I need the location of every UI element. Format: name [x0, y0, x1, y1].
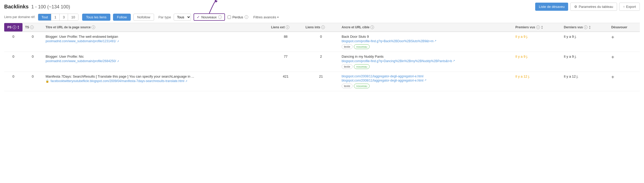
- cell-ts: 0: [22, 72, 43, 91]
- tous-liens-btn[interactable]: Tous les liens: [82, 14, 110, 21]
- cell-source: Blogger: User Profile: The well endowed …: [43, 32, 268, 52]
- add-button[interactable]: +: [611, 35, 614, 40]
- cell-desavouer: +: [609, 32, 640, 52]
- cell-ancre: Dancing in my Nuddy Pants blogspot.com/p…: [339, 52, 513, 72]
- cell-derniers-vus: Il y a 9 j.: [561, 52, 608, 72]
- parametres-button[interactable]: ⚙ Parametres du tableau: [570, 3, 617, 11]
- badge-texte: texte: [342, 44, 353, 49]
- export-icon: ↑: [623, 5, 625, 9]
- source-link[interactable]: 🔒 facebooktwitteryoutubeflickr.blogspot.…: [46, 79, 266, 83]
- toolbar-domain-label: Liens par domaine réf.: [4, 15, 35, 19]
- anchor-link[interactable]: blogspot.com/profile-find.g?q=Dancing%2B…: [342, 59, 510, 63]
- source-info-icon[interactable]: i: [92, 25, 95, 29]
- cell-liens-ints: 21: [303, 72, 339, 91]
- cell-liens-ext: 77: [268, 52, 303, 72]
- check-icon: ✓: [197, 15, 200, 19]
- th-ps: PS i ▲▼: [4, 23, 22, 31]
- badge-row: texte nouveau: [342, 84, 510, 88]
- source-link[interactable]: poolmadrid.com/www_subdomain/profile/268…: [46, 59, 266, 63]
- header-actions: Liste de désaveu ⚙ Parametres du tableau…: [535, 3, 640, 11]
- toolbar: Liens par domaine réf. Tout 1 3 10 Tous …: [4, 13, 640, 21]
- filter-1-btn[interactable]: 1: [51, 14, 60, 20]
- derniers-vus-sort-icon[interactable]: ▲▼: [589, 25, 591, 29]
- perdus-group: Perdus i: [228, 15, 248, 19]
- cell-premiers-vus: Il y a 9 j.: [513, 32, 561, 52]
- cell-ps: 0: [4, 72, 22, 91]
- filter-3-btn[interactable]: 3: [60, 14, 68, 20]
- cell-premiers-vus: Il y a 12 j.: [513, 72, 561, 91]
- filtres-avances-btn[interactable]: Filtres avancés ▾: [253, 15, 279, 19]
- nouveaux-btn[interactable]: ✓ Nouveaux i: [194, 13, 225, 21]
- badge-row: texte nouveau: [342, 64, 510, 69]
- cell-source: Blogger: User Profile: Nic poolmadrid.co…: [43, 52, 268, 72]
- nouveaux-wrapper: ✓ Nouveaux i: [194, 13, 225, 21]
- cell-ancre: blogspot.com/2008/11/laggregator-degli-a…: [339, 72, 513, 91]
- perdus-checkbox[interactable]: [228, 15, 231, 19]
- domain-filter-group: Tout 1 3 10: [38, 14, 78, 21]
- chevron-down-icon: ▾: [277, 16, 279, 19]
- external-link-icon: ↗: [453, 59, 455, 62]
- liens-ext-info-icon[interactable]: i: [286, 25, 289, 29]
- badge-nouveau: nouveau: [354, 64, 370, 69]
- filter-10-btn[interactable]: 10: [68, 14, 78, 20]
- external-link-icon: ↗: [434, 39, 436, 42]
- badge-texte: texte: [342, 84, 353, 88]
- page-title: Backlinks: [4, 4, 29, 10]
- th-source: Titre et URL de la page source i: [43, 23, 268, 32]
- nouveaux-label: Nouveaux: [201, 15, 217, 19]
- anchor-link[interactable]: blogspot.com/2008/11/laggregator-degli-a…: [342, 74, 510, 78]
- add-button[interactable]: +: [611, 55, 614, 60]
- cell-ps: 0: [4, 52, 22, 72]
- nofollow-btn[interactable]: Nofollow: [133, 14, 154, 21]
- anchor-link-2[interactable]: blogspot.com/2008/11/laggregator-degli-a…: [342, 79, 510, 82]
- cell-liens-ext: 88: [268, 32, 303, 52]
- desaveu-button[interactable]: Liste de désaveu: [535, 3, 568, 11]
- add-button[interactable]: +: [611, 74, 614, 80]
- par-type-label: Par type: [158, 15, 171, 19]
- cell-liens-ints: 2: [303, 52, 339, 72]
- perdus-label: Perdus: [232, 15, 243, 19]
- th-liens-ext: Liens ext i: [268, 23, 303, 32]
- external-link-icon: ↗: [117, 40, 119, 43]
- ps-sort-icon[interactable]: ▲▼: [17, 25, 19, 29]
- svg-marker-0: [214, 0, 218, 3]
- liens-ints-info-icon[interactable]: i: [321, 25, 325, 29]
- th-ancre: Ancre et URL cible i: [339, 23, 513, 32]
- derniers-vus-info-icon[interactable]: i: [584, 25, 587, 29]
- lock-icon: 🔒: [46, 79, 49, 83]
- table-row: 0 0 Blogger: User Profile: The well endo…: [4, 32, 640, 52]
- cell-source: Manifesta 7Days: SearchResults [ Transla…: [43, 72, 268, 91]
- premiers-vus-info-icon[interactable]: i: [536, 25, 540, 29]
- table-row: 0 0 Manifesta 7Days: SearchResults [ Tra…: [4, 72, 640, 91]
- external-link-icon: ↗: [117, 60, 119, 63]
- premiers-vus-sort-icon[interactable]: ▲▼: [541, 25, 543, 29]
- external-link-icon: ↗: [185, 80, 187, 83]
- export-button[interactable]: ↑ Export: [619, 3, 640, 11]
- external-link-icon: ↗: [424, 79, 426, 82]
- badge-nouveau: nouveau: [354, 84, 370, 88]
- type-select[interactable]: Tous: [174, 14, 191, 21]
- header: Backlinks 1 - 100 (~134 100) Liste de dé…: [4, 3, 640, 11]
- th-desavouer: Désavouer: [609, 23, 640, 32]
- perdus-info-icon[interactable]: i: [245, 15, 248, 19]
- cell-ts: 0: [22, 32, 43, 52]
- cell-liens-ints: 0: [303, 32, 339, 52]
- source-link[interactable]: poolmadrid.com/www_subdomain/profile/123…: [46, 39, 266, 43]
- cell-desavouer: +: [609, 72, 640, 91]
- ancre-info-icon[interactable]: i: [370, 25, 374, 29]
- th-ts: TS i: [22, 23, 43, 32]
- cell-desavouer: +: [609, 52, 640, 72]
- table-wrapper: PS i ▲▼ TS i Titre et URL de la pa: [4, 23, 640, 91]
- follow-btn[interactable]: Follow: [113, 14, 131, 21]
- anchor-link[interactable]: blogspot.com/profile-find.g?q=Back%2BDoo…: [342, 39, 510, 43]
- count-label: 1 - 100 (~134 100): [31, 4, 70, 10]
- ts-info-icon[interactable]: i: [30, 25, 34, 29]
- filter-tout-btn[interactable]: Tout: [38, 14, 51, 20]
- cell-ps: 0: [4, 32, 22, 52]
- ps-info-icon[interactable]: i: [13, 25, 16, 29]
- th-liens-ints: Liens ints i: [303, 23, 339, 32]
- th-derniers-vus: Derniers vus i ▲▼: [561, 23, 608, 32]
- nouveaux-info-icon[interactable]: i: [218, 15, 222, 19]
- th-premiers-vus: Premiers vus i ▲▼: [513, 23, 561, 32]
- cell-liens-ext: 421: [268, 72, 303, 91]
